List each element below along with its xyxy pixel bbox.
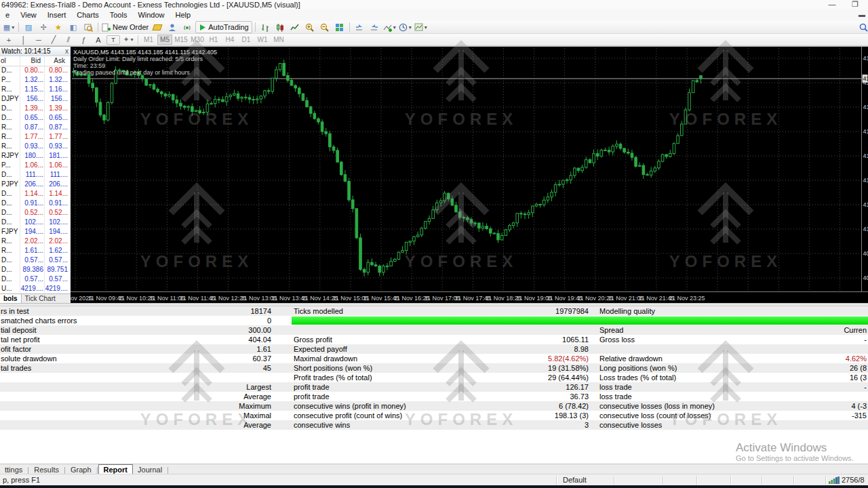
menu-item-insert[interactable]: Insert — [42, 9, 72, 19]
signals-button[interactable] — [180, 21, 194, 33]
line-chart-button[interactable] — [288, 21, 302, 33]
timeframe-button-m30[interactable]: M30 — [190, 35, 205, 45]
text-tool-button[interactable]: A — [92, 34, 105, 46]
market-watch-row[interactable]: P...1.06...1.06... — [0, 161, 71, 170]
menu-item-e[interactable]: e — [0, 9, 15, 19]
market-watch-row[interactable]: P...1.32...1.32... — [0, 75, 71, 85]
menu-item-tools[interactable]: Tools — [104, 9, 133, 19]
market-watch-row[interactable]: R...1.15...1.16... — [0, 85, 71, 94]
tester-tab-results[interactable]: Results — [29, 465, 64, 474]
new-order-button[interactable]: New Order — [101, 21, 149, 33]
menu-item-help[interactable]: Help — [170, 9, 197, 19]
expert-advisors-button[interactable] — [165, 21, 179, 33]
report-value: Average — [136, 421, 271, 429]
timeframe-button-w1[interactable]: W1 — [255, 35, 270, 45]
price-axis-label: 4102.45 — [863, 226, 868, 232]
bid-column-header[interactable]: Bid — [20, 57, 41, 64]
report-value: 0 — [136, 317, 271, 325]
cursor-crosshair-button[interactable]: ✢ — [37, 21, 50, 33]
autotrading-label: AutoTrading — [208, 23, 249, 31]
tester-tab-report[interactable]: Report — [98, 464, 133, 474]
search-button[interactable] — [856, 21, 868, 33]
timeframe-button-m15[interactable]: M15 — [174, 35, 189, 45]
menu-item-view[interactable]: View — [15, 9, 42, 19]
data-window-button[interactable] — [81, 21, 95, 33]
tester-tab-graph[interactable]: Graph — [66, 465, 96, 474]
timeframe-button-m5[interactable]: M5 — [157, 35, 172, 45]
market-watch-row[interactable]: R...0.87...0.87... — [0, 123, 71, 132]
market-watch-row[interactable]: U...4219....4219.... — [0, 284, 71, 293]
autotrading-button[interactable]: AutoTrading — [195, 21, 252, 33]
maximize-button[interactable]: ❐ — [845, 0, 865, 9]
tester-tab-ttings[interactable]: ttings — [0, 465, 27, 474]
candlestick-chart-button[interactable] — [273, 21, 287, 33]
eraser-button[interactable] — [151, 21, 164, 33]
market-watch-row[interactable]: D...0.91...0.91... — [0, 199, 71, 208]
status-profile[interactable]: Default — [563, 476, 587, 484]
timeframe-button-mn[interactable]: MN — [271, 35, 286, 45]
menu-item-charts[interactable]: Charts — [71, 9, 104, 19]
zoom-in-button[interactable] — [303, 21, 317, 33]
market-watch-row[interactable]: R...2.02...2.02... — [0, 237, 71, 246]
ea-comment-line: Time: 23:59 — [73, 62, 203, 69]
timeframe-button-m1[interactable]: M1 — [141, 35, 156, 45]
indicators-button[interactable]: ▾ — [382, 21, 397, 33]
market-watch-row[interactable]: D...0.57...0.57... — [0, 256, 71, 265]
market-watch-row[interactable]: D...0.65...0.65... — [0, 113, 71, 123]
candlestick-chart[interactable]: 4147.804141.334134.854128.374121.894115.… — [71, 47, 868, 304]
zoom-out-button[interactable] — [318, 21, 332, 33]
market-watch-row[interactable]: DJPY156...156... — [0, 94, 71, 104]
periods-button[interactable]: ▾ — [398, 21, 412, 33]
navigator-button[interactable]: ◧ — [66, 21, 80, 33]
market-watch-tab-bols[interactable]: bols — [0, 294, 22, 304]
trendline-tool-button[interactable]: ╱ — [47, 34, 60, 46]
market-watch-row[interactable]: D...0.80...0.80... — [0, 66, 71, 75]
bid-cell: 0.91... — [20, 199, 43, 207]
chart-shift-button[interactable] — [368, 21, 381, 33]
channel-tool-button[interactable]: ⫽ — [62, 34, 75, 46]
new-chart-button[interactable]: ▦▾ — [2, 21, 16, 33]
market-watch-row[interactable]: RJPY180....181.... — [0, 151, 71, 161]
modelling-quality-bar — [292, 317, 868, 325]
profiles-button[interactable]: ▨ — [22, 21, 35, 33]
market-watch-row[interactable]: R...0.93...0.93... — [0, 142, 71, 151]
close-icon[interactable]: x — [65, 47, 68, 55]
market-watch-row[interactable]: D...111....111.... — [0, 170, 71, 180]
market-watch-row[interactable]: D...0.52...0.52... — [0, 208, 71, 218]
timeframe-button-h4[interactable]: H4 — [222, 35, 237, 45]
report-label: Maximal drawdown — [294, 354, 357, 363]
fibonacci-tool-button[interactable]: ƒ — [77, 34, 90, 46]
timeframe-button-h1[interactable]: H1 — [206, 35, 221, 45]
market-watch-row[interactable]: D...1.39...1.39... — [0, 104, 71, 113]
vertical-line-tool-button[interactable]: │ — [17, 34, 31, 46]
market-watch-tab-tick-chart[interactable]: Tick Chart — [22, 294, 59, 304]
ask-column-header[interactable]: Ask — [45, 57, 65, 64]
arrows-tool-button[interactable]: ✦▾ — [121, 34, 135, 46]
templates-button[interactable]: ▾ — [414, 21, 428, 33]
market-watch-row[interactable]: D...0.57...0.57... — [0, 274, 71, 284]
crosshair-tool-button[interactable]: + — [2, 34, 16, 46]
favorites-button[interactable]: ★ — [52, 21, 65, 33]
bar-chart-button[interactable] — [258, 21, 272, 33]
market-watch-row[interactable]: D...1.14...1.14... — [0, 189, 71, 199]
market-watch-row[interactable]: D...102....102.... — [0, 218, 71, 227]
market-watch-header: Watch: 10:14:15 x — [0, 47, 71, 56]
tab-separator — [97, 467, 98, 474]
market-watch-row[interactable]: R...1.77...1.77... — [0, 132, 71, 142]
chart-window[interactable]: 4147.804141.334134.854128.374121.894115.… — [71, 46, 868, 304]
horizontal-line-tool-button[interactable]: ─ — [32, 34, 45, 46]
mdi-minimize-icon[interactable]: ▬ — [859, 11, 867, 19]
market-watch-row[interactable]: PJPY206....206.... — [0, 180, 71, 189]
auto-scroll-button[interactable] — [353, 21, 366, 33]
text-label-tool-button[interactable]: T — [106, 35, 120, 45]
symbol-column-header[interactable]: ol — [1, 57, 6, 64]
dropdown-arrow-icon: ▾ — [131, 37, 134, 43]
timeframe-button-d1[interactable]: D1 — [239, 35, 254, 45]
tile-windows-button[interactable] — [333, 21, 347, 33]
menu-item-window[interactable]: Window — [132, 9, 170, 19]
market-watch-row[interactable]: R...1.61...1.62... — [0, 246, 71, 256]
minimize-button[interactable]: — — [822, 0, 842, 9]
tester-tab-journal[interactable]: Journal — [133, 465, 167, 474]
market-watch-row[interactable]: FJPY194....194.... — [0, 227, 71, 237]
market-watch-row[interactable]: D...89.38689.751 — [0, 265, 71, 274]
